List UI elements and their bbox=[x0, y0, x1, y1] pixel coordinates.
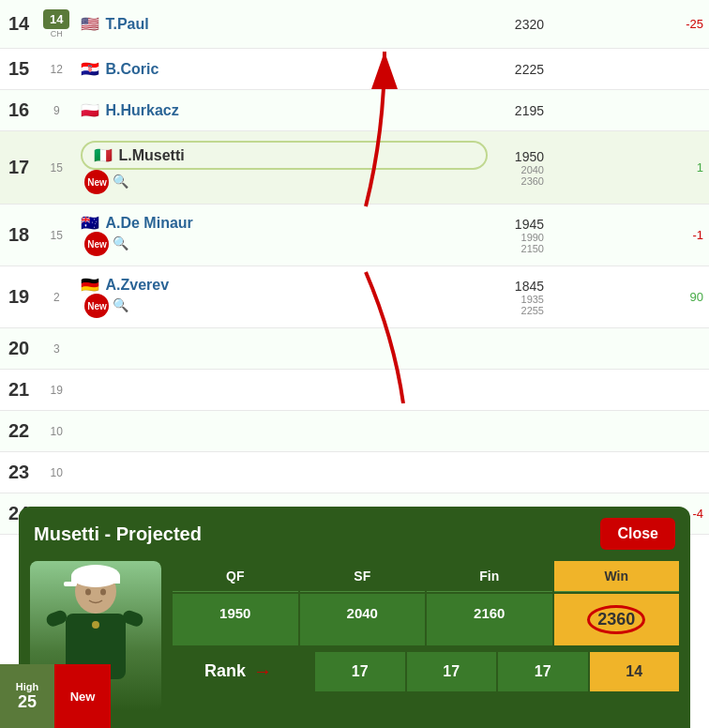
spacer-cell bbox=[550, 452, 662, 493]
points-sub: 1990 bbox=[499, 232, 544, 243]
win-value-circled: 2360 bbox=[587, 605, 645, 634]
change-cell: -25 bbox=[662, 0, 709, 49]
points-cell: 195020402360 bbox=[493, 131, 550, 205]
rank-number: 16 bbox=[0, 90, 38, 131]
player-name[interactable]: 🇺🇸T.Paul bbox=[81, 15, 488, 33]
points-cell bbox=[493, 411, 550, 452]
rank-val-cell: 17 bbox=[498, 652, 588, 691]
spacer-cell bbox=[550, 90, 662, 131]
player-name[interactable]: 🇮🇹L.Musetti bbox=[81, 141, 488, 170]
prev-rank: 14CH bbox=[38, 0, 75, 49]
svg-point-10 bbox=[92, 621, 99, 629]
points-sub: 2040 bbox=[499, 164, 544, 175]
player-name[interactable]: 🇵🇱H.Hurkacz bbox=[81, 101, 488, 119]
popup-header: Musetti - Projected Close bbox=[19, 507, 690, 561]
rank-number: 17 bbox=[0, 131, 38, 205]
rank-number: 15 bbox=[0, 49, 38, 90]
change-value: 90 bbox=[690, 290, 703, 304]
player-cell bbox=[75, 328, 493, 370]
projected-popup: Musetti - Projected Close bbox=[19, 507, 690, 728]
change-cell bbox=[662, 370, 709, 411]
proj-header-cell: Fin bbox=[427, 561, 552, 592]
spacer-cell bbox=[550, 131, 662, 205]
player-cell: 🇺🇸T.Paul bbox=[75, 0, 493, 49]
proj-points-row: 1950204021602360 bbox=[173, 594, 679, 645]
prev-rank: 2 bbox=[38, 266, 75, 328]
spacer-cell bbox=[550, 370, 662, 411]
svg-point-12 bbox=[100, 589, 106, 596]
proj-header-row: QFSFFinWin bbox=[173, 561, 679, 592]
prev-rank: 9 bbox=[38, 90, 75, 131]
svg-rect-6 bbox=[64, 582, 77, 586]
points-cell: 2320 bbox=[493, 0, 550, 49]
change-cell: 1 bbox=[662, 131, 709, 205]
rank-number: 22 bbox=[0, 411, 38, 452]
spacer-cell bbox=[550, 49, 662, 90]
rank-number: 21 bbox=[0, 370, 38, 411]
flag-icon: 🇩🇪 bbox=[81, 276, 99, 294]
points-cell bbox=[493, 370, 550, 411]
change-value: -25 bbox=[686, 17, 703, 31]
popup-body: QFSFFinWin 1950204021602360 Rank → 17171… bbox=[19, 561, 690, 720]
points-projected: 2255 bbox=[499, 305, 544, 316]
proj-points-cell: 2360 bbox=[554, 594, 680, 645]
new-badge: New bbox=[84, 232, 109, 256]
player-name[interactable]: 🇩🇪A.Zverev bbox=[81, 276, 488, 294]
prev-rank: 10 bbox=[38, 411, 75, 452]
change-cell bbox=[662, 90, 709, 131]
prev-rank: 19 bbox=[38, 370, 75, 411]
proj-rank-row: Rank → 17171714 bbox=[173, 649, 679, 693]
proj-header-cell: QF bbox=[173, 561, 298, 592]
rank-label: Rank → bbox=[173, 649, 304, 693]
prev-rank: 12 bbox=[38, 49, 75, 90]
proj-points-cell: 2160 bbox=[427, 594, 552, 645]
proj-table: QFSFFinWin 1950204021602360 Rank → 17171… bbox=[173, 561, 679, 711]
search-icon[interactable]: 🔍 bbox=[113, 235, 128, 250]
new-badge: New bbox=[84, 294, 109, 318]
change-cell bbox=[662, 49, 709, 90]
change-value: 1 bbox=[697, 160, 703, 174]
player-name[interactable]: 🇦🇺A.De Minaur bbox=[81, 214, 488, 232]
points-cell bbox=[493, 452, 550, 493]
player-cell bbox=[75, 452, 493, 493]
flag-icon: 🇮🇹 bbox=[94, 146, 113, 164]
proj-header-cell: SF bbox=[300, 561, 426, 592]
points-cell: 194519902150 bbox=[493, 205, 550, 266]
rank-values: 17171714 bbox=[315, 652, 679, 691]
search-icon[interactable]: 🔍 bbox=[113, 174, 128, 189]
spacer-cell bbox=[550, 411, 662, 452]
points-cell: 184519352255 bbox=[493, 266, 550, 328]
points-projected: 2360 bbox=[499, 175, 544, 187]
popup-title: Musetti - Projected bbox=[34, 523, 202, 545]
new-badge: New bbox=[84, 170, 109, 194]
change-value: -1 bbox=[692, 228, 703, 242]
player-cell: 🇵🇱H.Hurkacz bbox=[75, 90, 493, 131]
change-cell: -1 bbox=[662, 205, 709, 266]
spacer-cell bbox=[550, 0, 662, 49]
flag-icon: 🇵🇱 bbox=[81, 101, 99, 119]
rank-number: 23 bbox=[0, 452, 38, 493]
rank-arrow-icon: → bbox=[253, 660, 272, 682]
points-cell: 2195 bbox=[493, 90, 550, 131]
spacer-cell bbox=[550, 266, 662, 328]
change-value: -4 bbox=[692, 507, 703, 521]
flag-icon: 🇭🇷 bbox=[81, 60, 99, 78]
flag-icon: 🇦🇺 bbox=[81, 214, 99, 232]
change-cell bbox=[662, 328, 709, 370]
player-name[interactable]: 🇭🇷B.Coric bbox=[81, 60, 488, 78]
close-button[interactable]: Close bbox=[600, 518, 675, 550]
rank-val-cell: 14 bbox=[590, 652, 680, 691]
player-cell bbox=[75, 411, 493, 452]
rank-number: 14 bbox=[0, 0, 38, 49]
high-label: High 25 bbox=[0, 664, 54, 728]
proj-points-cell: 2040 bbox=[300, 594, 426, 645]
prev-rank: 15 bbox=[38, 205, 75, 266]
rank-number: 18 bbox=[0, 205, 38, 266]
rank-badge: 14 bbox=[43, 9, 69, 29]
search-icon[interactable]: 🔍 bbox=[113, 297, 128, 312]
change-cell bbox=[662, 411, 709, 452]
flag-icon: 🇺🇸 bbox=[81, 15, 99, 33]
spacer-cell bbox=[550, 328, 662, 370]
rank-val-cell: 17 bbox=[407, 652, 497, 691]
rankings-table: 1414CH🇺🇸T.Paul2320-251512🇭🇷B.Coric222516… bbox=[0, 0, 709, 535]
